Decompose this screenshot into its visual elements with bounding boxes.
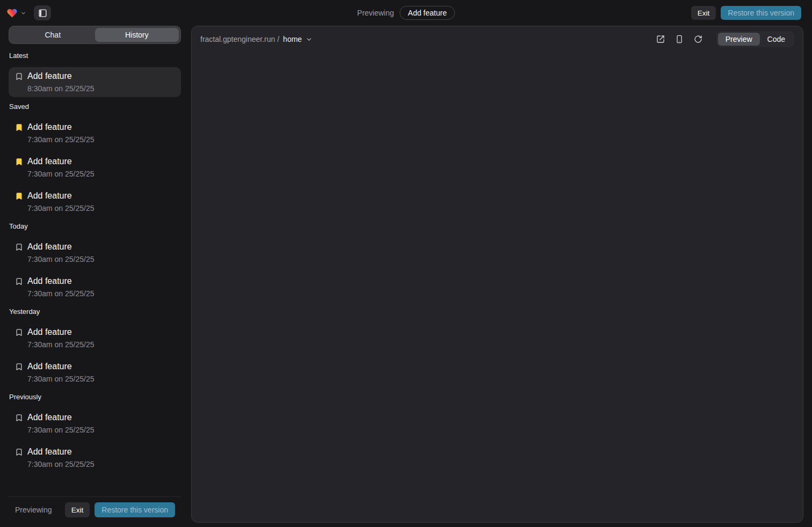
history-item-timestamp: 7:30am on 25/25/25 <box>27 340 95 349</box>
history-item-body: Add feature7:30am on 25/25/25 <box>27 191 95 213</box>
section-title: Saved <box>9 103 181 111</box>
history-section: LatestAdd feature8:30am on 25/25/25 <box>9 52 181 97</box>
history-item[interactable]: Add feature7:30am on 25/25/25 <box>9 238 181 268</box>
restore-version-button[interactable]: Restore this version <box>95 502 175 517</box>
history-item-title: Add feature <box>27 361 95 372</box>
history-item-timestamp: 7:30am on 25/25/25 <box>27 459 95 469</box>
history-item-title: Add feature <box>27 447 95 457</box>
section-title: Latest <box>9 52 181 60</box>
sidebar-toggle-button[interactable] <box>34 5 51 20</box>
history-item[interactable]: Add feature7:30am on 25/25/25 <box>9 408 181 438</box>
previewing-label: Previewing <box>15 506 52 514</box>
open-external-button[interactable] <box>655 34 666 45</box>
preview-content <box>192 52 803 522</box>
mobile-view-button[interactable] <box>674 34 685 45</box>
preview-actions: Preview Code <box>655 31 794 47</box>
bookmark-icon <box>15 192 23 200</box>
section-title: Previously <box>9 393 181 401</box>
history-item[interactable]: Add feature8:30am on 25/25/25 <box>9 67 181 97</box>
bookmark-icon <box>15 414 23 422</box>
chevron-down-icon <box>306 36 313 43</box>
history-item-body: Add feature8:30am on 25/25/25 <box>27 71 95 93</box>
history-item-timestamp: 7:30am on 25/25/25 <box>27 135 95 144</box>
footer-buttons: Exit Restore this version <box>65 502 175 517</box>
app-logo-menu[interactable] <box>6 8 26 18</box>
history-item-body: Add feature7:30am on 25/25/25 <box>27 361 95 384</box>
smartphone-icon <box>675 35 684 43</box>
history-section: SavedAdd feature7:30am on 25/25/25Add fe… <box>9 103 181 217</box>
history-item-body: Add feature7:30am on 25/25/25 <box>27 156 95 179</box>
history-item-title: Add feature <box>27 412 95 423</box>
topbar-right: Exit Restore this version <box>691 6 801 20</box>
history-item-title: Add feature <box>27 122 95 133</box>
history-item[interactable]: Add feature7:30am on 25/25/25 <box>9 443 181 473</box>
history-section: TodayAdd feature7:30am on 25/25/25Add fe… <box>9 222 181 302</box>
history-item-body: Add feature7:30am on 25/25/25 <box>27 276 95 298</box>
bookmark-icon <box>15 277 23 286</box>
history-item[interactable]: Add feature7:30am on 25/25/25 <box>9 118 181 148</box>
history-item-title: Add feature <box>27 276 95 287</box>
history-section: YesterdayAdd feature7:30am on 25/25/25Ad… <box>9 308 181 387</box>
url-prefix: fractal.gptengineer.run / <box>200 35 279 43</box>
history-section: PreviouslyAdd feature7:30am on 25/25/25A… <box>9 393 181 473</box>
refresh-icon <box>694 35 702 43</box>
bookmark-icon <box>15 448 23 456</box>
bookmark-icon <box>15 123 23 131</box>
bookmark-icon <box>15 328 23 336</box>
bookmark-icon <box>15 72 23 80</box>
history-item-timestamp: 8:30am on 25/25/25 <box>27 84 95 93</box>
topbar-center: Previewing Add feature <box>357 6 455 20</box>
version-badge: Add feature <box>400 6 455 20</box>
history-item-body: Add feature7:30am on 25/25/25 <box>27 447 95 469</box>
topbar-left <box>6 5 51 20</box>
sidebar: Chat History LatestAdd feature8:30am on … <box>9 26 181 523</box>
preview-panel: fractal.gptengineer.run / home <box>191 26 803 523</box>
heart-gradient-icon <box>6 8 18 18</box>
section-title: Today <box>9 222 181 230</box>
history-item[interactable]: Add feature7:30am on 25/25/25 <box>9 272 181 302</box>
restore-version-button[interactable]: Restore this version <box>721 6 801 20</box>
topbar: Previewing Add feature Exit Restore this… <box>0 0 812 26</box>
tab-preview[interactable]: Preview <box>718 33 760 46</box>
history-item-body: Add feature7:30am on 25/25/25 <box>27 327 95 349</box>
history-item-title: Add feature <box>27 156 95 167</box>
history-item-body: Add feature7:30am on 25/25/25 <box>27 241 95 264</box>
history-item[interactable]: Add feature7:30am on 25/25/25 <box>9 323 181 353</box>
history-item[interactable]: Add feature7:30am on 25/25/25 <box>9 152 181 182</box>
history-item-title: Add feature <box>27 191 95 201</box>
history-item-body: Add feature7:30am on 25/25/25 <box>27 122 95 144</box>
preview-url-selector[interactable]: fractal.gptengineer.run / home <box>200 35 313 43</box>
history-item-timestamp: 7:30am on 25/25/25 <box>27 203 95 213</box>
view-mode-toggle: Preview Code <box>716 31 794 47</box>
preview-header: fractal.gptengineer.run / home <box>192 26 803 52</box>
history-item-title: Add feature <box>27 327 95 338</box>
history-item-title: Add feature <box>27 241 95 252</box>
history-item-timestamp: 7:30am on 25/25/25 <box>27 169 95 179</box>
history-item[interactable]: Add feature7:30am on 25/25/25 <box>9 357 181 387</box>
history-list: LatestAdd feature8:30am on 25/25/25Saved… <box>9 44 181 496</box>
history-item-timestamp: 7:30am on 25/25/25 <box>27 374 95 384</box>
url-page: home <box>283 35 302 43</box>
previewing-label: Previewing <box>357 9 394 17</box>
history-item-timestamp: 7:30am on 25/25/25 <box>27 254 95 264</box>
panel-left-icon <box>38 9 47 18</box>
content: Chat History LatestAdd feature8:30am on … <box>0 26 812 527</box>
external-link-icon <box>656 35 665 43</box>
section-title: Yesterday <box>9 308 181 316</box>
exit-button[interactable]: Exit <box>691 6 716 20</box>
sidebar-footer: Previewing Exit Restore this version <box>9 496 181 523</box>
history-item-timestamp: 7:30am on 25/25/25 <box>27 425 95 435</box>
history-item-body: Add feature7:30am on 25/25/25 <box>27 412 95 435</box>
history-item[interactable]: Add feature7:30am on 25/25/25 <box>9 187 181 217</box>
refresh-button[interactable] <box>693 34 704 45</box>
bookmark-icon <box>15 363 23 371</box>
tab-code[interactable]: Code <box>760 33 793 46</box>
sidebar-tabs: Chat History <box>9 26 181 44</box>
tab-history[interactable]: History <box>95 28 179 42</box>
chevron-down-icon <box>20 10 26 16</box>
tab-chat[interactable]: Chat <box>11 28 95 42</box>
bookmark-icon <box>15 158 23 166</box>
history-item-timestamp: 7:30am on 25/25/25 <box>27 289 95 298</box>
bookmark-icon <box>15 243 23 251</box>
exit-button[interactable]: Exit <box>65 502 90 517</box>
